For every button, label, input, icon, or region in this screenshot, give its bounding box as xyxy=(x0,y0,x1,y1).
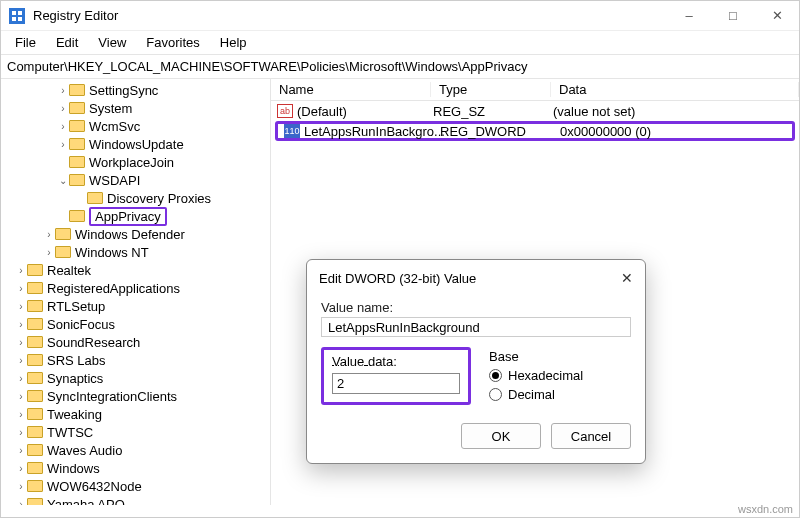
twisty-icon[interactable]: › xyxy=(15,409,27,420)
tree-item-label: SonicFocus xyxy=(47,317,115,332)
value-data-label: Value data: xyxy=(332,354,460,369)
folder-icon xyxy=(55,246,71,258)
twisty-icon[interactable]: › xyxy=(15,373,27,384)
tree-item[interactable]: ›Windows NT xyxy=(1,243,270,261)
twisty-icon[interactable]: › xyxy=(15,319,27,330)
folder-icon xyxy=(87,192,103,204)
tree-item[interactable]: ⌄WSDAPI xyxy=(1,171,270,189)
edit-dword-dialog: Edit DWORD (32-bit) Value ✕ Value name: … xyxy=(306,259,646,464)
tree-item-label: Synaptics xyxy=(47,371,103,386)
tree-item-label: Windows Defender xyxy=(75,227,185,242)
addressbar[interactable]: Computer\HKEY_LOCAL_MACHINE\SOFTWARE\Pol… xyxy=(1,55,799,79)
tree-item[interactable]: ›Synaptics xyxy=(1,369,270,387)
tree-item-label: RegisteredApplications xyxy=(47,281,180,296)
folder-icon xyxy=(27,354,43,366)
twisty-icon[interactable]: › xyxy=(57,139,69,150)
col-data[interactable]: Data xyxy=(551,82,799,97)
col-type[interactable]: Type xyxy=(431,82,551,97)
tree-item[interactable]: ›Windows xyxy=(1,459,270,477)
menu-edit[interactable]: Edit xyxy=(48,33,86,52)
tree-item[interactable]: ›RegisteredApplications xyxy=(1,279,270,297)
tree-item[interactable]: ›SettingSync xyxy=(1,81,270,99)
tree-item[interactable]: ›Tweaking xyxy=(1,405,270,423)
menu-view[interactable]: View xyxy=(90,33,134,52)
tree-item[interactable]: ›Windows Defender xyxy=(1,225,270,243)
tree-item-label: Windows xyxy=(47,461,100,476)
cell-data: (value not set) xyxy=(553,104,799,119)
tree-item[interactable]: WorkplaceJoin xyxy=(1,153,270,171)
minimize-button[interactable]: – xyxy=(667,1,711,31)
twisty-icon[interactable]: › xyxy=(57,121,69,132)
radio-icon xyxy=(489,369,502,382)
radio-dec[interactable]: Decimal xyxy=(489,387,583,402)
tree-item[interactable]: ›Waves Audio xyxy=(1,441,270,459)
tree-item[interactable]: AppPrivacy xyxy=(1,207,270,225)
twisty-icon[interactable]: › xyxy=(15,265,27,276)
tree-item[interactable]: ›System xyxy=(1,99,270,117)
twisty-icon[interactable]: › xyxy=(57,85,69,96)
folder-icon xyxy=(27,426,43,438)
twisty-icon[interactable]: › xyxy=(15,301,27,312)
tree-item[interactable]: ›SRS Labs xyxy=(1,351,270,369)
tree-pane[interactable]: ›SettingSync›System›WcmSvc›WindowsUpdate… xyxy=(1,79,271,505)
tree-item[interactable]: ›WOW6432Node xyxy=(1,477,270,495)
tree-item[interactable]: ›SyncIntegrationClients xyxy=(1,387,270,405)
twisty-icon[interactable]: › xyxy=(15,481,27,492)
addressbar-path: Computer\HKEY_LOCAL_MACHINE\SOFTWARE\Pol… xyxy=(7,59,527,74)
twisty-icon[interactable]: › xyxy=(15,391,27,402)
folder-icon xyxy=(27,300,43,312)
tree-item[interactable]: ›Realtek xyxy=(1,261,270,279)
list-row[interactable]: ab(Default)REG_SZ(value not set) xyxy=(271,101,799,121)
menu-favorites[interactable]: Favorites xyxy=(138,33,207,52)
twisty-icon[interactable]: › xyxy=(15,499,27,506)
menu-file[interactable]: File xyxy=(7,33,44,52)
tree-item-label: SoundResearch xyxy=(47,335,140,350)
list-row[interactable]: 110LetAppsRunInBackgro...REG_DWORD0x0000… xyxy=(275,121,795,141)
dialog-title: Edit DWORD (32-bit) Value xyxy=(319,271,476,286)
maximize-button[interactable]: □ xyxy=(711,1,755,31)
cell-name: LetAppsRunInBackgro... xyxy=(304,124,440,139)
tree-item[interactable]: ›SonicFocus xyxy=(1,315,270,333)
tree-item[interactable]: ›RTLSetup xyxy=(1,297,270,315)
tree-item-label: WindowsUpdate xyxy=(89,137,184,152)
tree-item[interactable]: ›Yamaha APO xyxy=(1,495,270,505)
twisty-icon[interactable]: › xyxy=(15,337,27,348)
value-data-input[interactable] xyxy=(332,373,460,394)
dialog-close-icon[interactable]: ✕ xyxy=(621,270,633,286)
folder-icon xyxy=(69,84,85,96)
twisty-icon[interactable]: › xyxy=(57,103,69,114)
tree-item-label: SyncIntegrationClients xyxy=(47,389,177,404)
twisty-icon[interactable]: › xyxy=(43,229,55,240)
tree-item-label: Tweaking xyxy=(47,407,102,422)
col-name[interactable]: Name xyxy=(271,82,431,97)
folder-icon xyxy=(69,120,85,132)
tree-item-label: Yamaha APO xyxy=(47,497,125,506)
tree-item[interactable]: ›WindowsUpdate xyxy=(1,135,270,153)
twisty-icon[interactable]: › xyxy=(15,427,27,438)
twisty-icon[interactable]: › xyxy=(15,355,27,366)
folder-icon xyxy=(55,228,71,240)
twisty-icon[interactable]: › xyxy=(15,445,27,456)
twisty-icon[interactable]: › xyxy=(43,247,55,258)
twisty-icon[interactable]: ⌄ xyxy=(57,175,69,186)
folder-icon xyxy=(69,138,85,150)
cell-type: REG_SZ xyxy=(433,104,553,119)
menu-help[interactable]: Help xyxy=(212,33,255,52)
dword-value-icon: 110 xyxy=(284,124,300,138)
ok-button[interactable]: OK xyxy=(461,423,541,449)
tree-item[interactable]: Discovery Proxies xyxy=(1,189,270,207)
tree-item[interactable]: ›SoundResearch xyxy=(1,333,270,351)
tree-item[interactable]: ›WcmSvc xyxy=(1,117,270,135)
twisty-icon[interactable]: › xyxy=(15,283,27,294)
folder-icon xyxy=(69,174,85,186)
cell-data: 0x00000000 (0) xyxy=(560,124,792,139)
tree-item[interactable]: ›TWTSC xyxy=(1,423,270,441)
close-button[interactable]: ✕ xyxy=(755,1,799,31)
cancel-button[interactable]: Cancel xyxy=(551,423,631,449)
tree-item-label: AppPrivacy xyxy=(89,207,167,226)
radio-hex[interactable]: Hexadecimal xyxy=(489,368,583,383)
tree-item-label: Discovery Proxies xyxy=(107,191,211,206)
tree-item-label: System xyxy=(89,101,132,116)
folder-icon xyxy=(27,498,43,505)
twisty-icon[interactable]: › xyxy=(15,463,27,474)
